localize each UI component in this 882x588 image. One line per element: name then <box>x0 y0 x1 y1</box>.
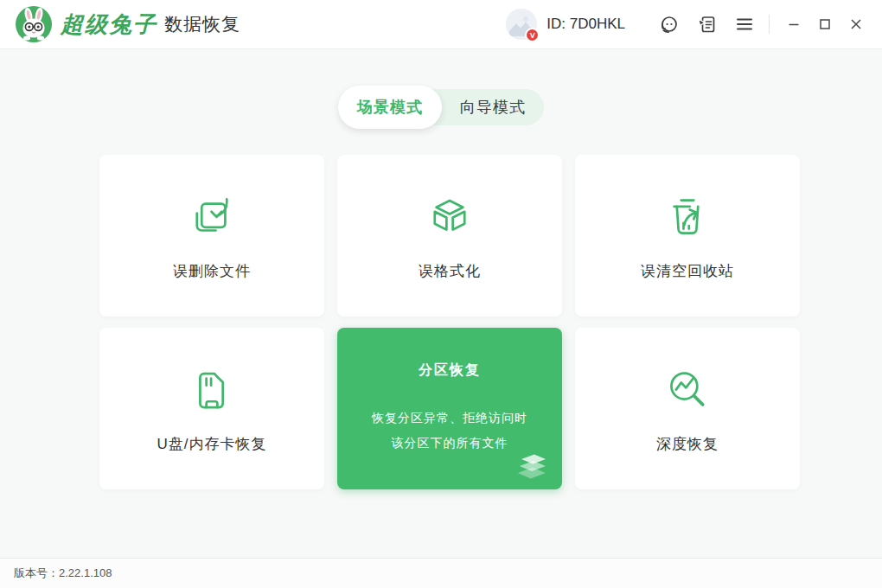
card-label: 误清空回收站 <box>641 261 734 281</box>
brand: 超级兔子 数据恢复 <box>16 6 240 42</box>
card-formatted[interactable]: 误格式化 <box>337 155 562 316</box>
card-description: 恢复分区异常、拒绝访问时 该分区下的所有文件 <box>372 406 527 456</box>
cube-icon <box>425 193 475 243</box>
sd-card-icon <box>187 366 237 416</box>
user-id-text: ID: 7D0HKL <box>546 16 625 33</box>
card-label: 误删除文件 <box>173 261 251 281</box>
file-restore-icon <box>187 193 237 243</box>
card-description-line1: 恢复分区异常、拒绝访问时 <box>372 406 527 431</box>
close-button[interactable] <box>843 11 869 37</box>
customer-service-button[interactable] <box>655 11 681 37</box>
card-label: 误格式化 <box>419 261 481 281</box>
mode-tabs: 场景模式 向导模式 <box>338 89 544 125</box>
card-deep-recovery[interactable]: 深度恢复 <box>575 328 800 489</box>
version-text: 版本号：2.22.1.108 <box>14 566 112 581</box>
card-usb-memory-card[interactable]: U盘/内存卡恢复 <box>99 328 324 489</box>
main-content: 场景模式 向导模式 误删除文件 <box>0 49 882 558</box>
main-menu-button[interactable] <box>732 11 757 37</box>
feedback-button[interactable] <box>693 11 719 37</box>
minimize-icon <box>788 18 800 30</box>
app-window: 超级兔子 数据恢复 V ID: 7D0HKL <box>0 0 882 588</box>
card-partition-recovery[interactable]: 分区恢复 恢复分区异常、拒绝访问时 该分区下的所有文件 <box>337 328 562 489</box>
tab-wizard-mode[interactable]: 向导模式 <box>442 97 544 118</box>
rabbit-logo-icon <box>16 6 52 42</box>
titlebar-divider <box>769 15 770 34</box>
recovery-card-grid: 误删除文件 误格式化 <box>99 155 882 489</box>
minimize-button[interactable] <box>781 11 807 37</box>
card-emptied-recycle-bin[interactable]: 误清空回收站 <box>575 155 800 316</box>
hamburger-menu-icon <box>734 14 755 35</box>
maximize-icon <box>819 18 831 30</box>
vip-badge: V <box>525 28 540 42</box>
card-description-line2: 该分区下的所有文件 <box>372 431 527 456</box>
tab-scene-mode[interactable]: 场景模式 <box>338 86 442 129</box>
feedback-form-icon <box>696 14 717 35</box>
titlebar-right: V ID: 7D0HKL <box>506 9 872 40</box>
card-deleted-files[interactable]: 误删除文件 <box>99 155 324 316</box>
maximize-button[interactable] <box>812 11 838 37</box>
titlebar: 超级兔子 数据恢复 V ID: 7D0HKL <box>0 0 882 49</box>
status-bar: 版本号：2.22.1.108 <box>0 558 882 588</box>
deep-scan-icon <box>662 366 713 416</box>
card-label: 深度恢复 <box>656 434 719 454</box>
close-icon <box>850 18 862 30</box>
headset-icon <box>658 14 679 35</box>
app-name: 超级兔子 <box>61 10 157 40</box>
app-subtitle: 数据恢复 <box>164 12 240 36</box>
layers-icon <box>512 453 552 483</box>
trash-restore-icon <box>662 193 713 243</box>
card-label: 分区恢复 <box>419 361 481 380</box>
card-label: U盘/内存卡恢复 <box>157 434 267 454</box>
user-avatar[interactable]: V <box>506 9 537 40</box>
